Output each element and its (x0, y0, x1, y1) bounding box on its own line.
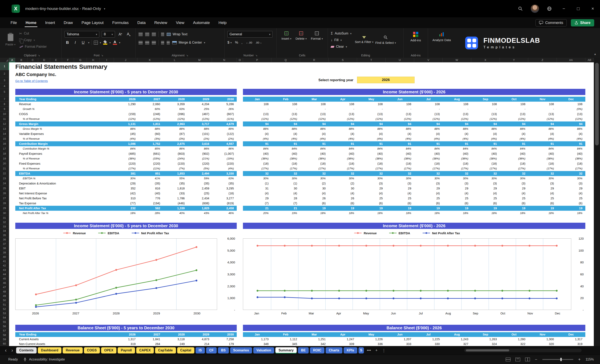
value-cell[interactable]: - (300, 107, 328, 111)
value-cell[interactable]: (6) (500, 201, 528, 206)
value-cell[interactable]: (12%) (443, 117, 471, 121)
sheet-tab-bs[interactable]: BS (218, 347, 229, 354)
value-cell[interactable]: 94 (357, 121, 386, 127)
row-header-12[interactable]: 12 (0, 121, 9, 127)
paste-button[interactable]: Paste ▾ (5, 30, 16, 50)
value-cell[interactable]: 1,131 (114, 121, 139, 127)
value-cell[interactable]: 345 (272, 342, 300, 346)
value-cell[interactable]: 84% (328, 146, 357, 151)
sheet-options-icon[interactable]: ⋮ (380, 348, 387, 353)
sheet-tab-cogs[interactable]: COGS (84, 347, 100, 354)
value-cell[interactable]: 30% (471, 176, 500, 181)
value-cell[interactable]: (60) (139, 131, 163, 136)
column-header-C[interactable]: C (28, 58, 38, 62)
row-header-30[interactable]: 30 (0, 211, 9, 216)
value-cell[interactable]: 336 (357, 342, 386, 346)
decrease-indent-icon[interactable] (161, 41, 164, 44)
row-header-16[interactable]: 16 (0, 141, 9, 146)
vertical-scrollbar[interactable] (594, 58, 600, 346)
value-cell[interactable]: 18% (528, 211, 557, 216)
column-header-W[interactable]: W (443, 58, 471, 62)
menu-tab-formulas[interactable]: Formulas (108, 17, 133, 28)
row-header-48[interactable]: 48 (0, 289, 9, 294)
value-cell[interactable]: (6) (328, 201, 357, 206)
value-cell[interactable]: 94 (300, 121, 328, 127)
tabs-scroll-right-icon[interactable]: › (10, 347, 15, 353)
toc-link[interactable]: Go to Table of Contents (15, 78, 48, 84)
value-cell[interactable]: 320 (528, 342, 557, 346)
header-cell-2030[interactable]: 2030 (212, 97, 237, 102)
accessibility-status[interactable]: Accessibility: Investigate (23, 358, 65, 361)
decrease-font-size-icon[interactable]: A▾ (126, 32, 131, 37)
value-cell[interactable]: 19 (414, 206, 443, 211)
value-cell[interactable]: (4) (528, 191, 557, 196)
menu-tab-insert[interactable]: Insert (41, 17, 59, 28)
value-cell[interactable]: 25 (357, 196, 386, 201)
row-label-cell[interactable]: Contribution Margin (15, 141, 114, 146)
value-cell[interactable]: 84% (500, 146, 528, 151)
value-cell[interactable]: 3,295 (212, 186, 237, 191)
value-cell[interactable]: (40) (528, 151, 557, 156)
value-cell[interactable]: 108 (386, 102, 414, 107)
copy-button[interactable]: Copy▾ (19, 37, 47, 43)
value-cell[interactable]: (13) (300, 111, 328, 117)
value-cell[interactable]: 84% (443, 146, 471, 151)
value-cell[interactable]: 1,317 (557, 337, 585, 342)
value-cell[interactable]: 88% (443, 127, 471, 131)
value-cell[interactable]: (4) (272, 191, 300, 196)
sheet-tab-captable[interactable]: CapTable (155, 347, 176, 354)
value-cell[interactable]: (18) (357, 161, 386, 166)
value-cell[interactable]: (6) (300, 201, 328, 206)
value-cell[interactable]: (13) (272, 111, 300, 117)
value-cell[interactable]: (1) (272, 181, 300, 186)
minimize-button[interactable]: − (557, 0, 571, 17)
row-label-cell[interactable]: % of Revenue (15, 156, 114, 161)
value-cell[interactable]: (396) (163, 111, 188, 117)
align-right-icon[interactable] (152, 41, 156, 44)
header-cell-2029[interactable]: 2029 (188, 332, 212, 337)
value-cell[interactable]: 84% (386, 146, 414, 151)
value-cell[interactable]: 94 (272, 121, 300, 127)
value-cell[interactable]: (38%) (557, 156, 585, 161)
header-label-cell[interactable]: Year Ending (15, 332, 114, 337)
value-cell[interactable]: 108 (471, 102, 500, 107)
value-cell[interactable]: 31 (243, 186, 272, 191)
value-cell[interactable]: (11%) (139, 166, 163, 171)
value-cell[interactable]: 91 (300, 141, 328, 146)
value-cell[interactable]: 91 (528, 141, 557, 146)
collapse-ribbon-icon[interactable]: ▾ (594, 53, 596, 56)
dialog-launcher-icon[interactable]: ↘ (38, 54, 40, 57)
value-cell[interactable]: 88% (357, 127, 386, 131)
monthly-chart[interactable] (243, 238, 571, 310)
value-cell[interactable]: (18) (557, 161, 585, 166)
value-cell[interactable]: 32 (557, 171, 585, 176)
header-cell-Jun[interactable]: Jun (386, 97, 414, 102)
value-cell[interactable]: 3,359 (163, 102, 188, 107)
chevron-down-icon[interactable]: ▾ (104, 7, 105, 10)
clear-button[interactable]: Clear▾ (331, 44, 351, 50)
value-cell[interactable]: 29 (443, 186, 471, 191)
row-header-25[interactable]: 25 (0, 186, 9, 191)
row-header-32[interactable]: 32 (0, 220, 9, 224)
value-cell[interactable]: 94 (500, 121, 528, 127)
sheet-tab-cf[interactable]: CF (206, 347, 217, 354)
value-cell[interactable]: (40) (328, 151, 357, 156)
value-cell[interactable]: 3,717 (188, 121, 212, 127)
dialog-launcher-icon[interactable]: ↘ (255, 54, 257, 57)
row-header-3[interactable]: 3 (0, 77, 9, 83)
value-cell[interactable]: 30% (328, 176, 357, 181)
autosum-button[interactable]: ΣAutoSum▾ (331, 31, 351, 36)
value-cell[interactable]: 20% (243, 211, 272, 216)
value-cell[interactable]: (194) (139, 201, 163, 206)
value-cell[interactable]: (6) (443, 201, 471, 206)
dialog-launcher-icon[interactable]: ↘ (101, 54, 103, 57)
row-header-60[interactable]: 60 (0, 341, 9, 346)
search-icon[interactable] (513, 0, 528, 17)
row-header-49[interactable]: 49 (0, 294, 9, 298)
header-cell-Dec[interactable]: Dec (557, 332, 585, 337)
value-cell[interactable]: (18) (328, 161, 357, 166)
row-label-cell[interactable]: Fixed Expenses (15, 161, 114, 166)
row-label-cell[interactable]: Net Interest Expense (15, 191, 114, 196)
value-cell[interactable]: 339 (328, 342, 357, 346)
value-cell[interactable]: 108 (500, 102, 528, 107)
